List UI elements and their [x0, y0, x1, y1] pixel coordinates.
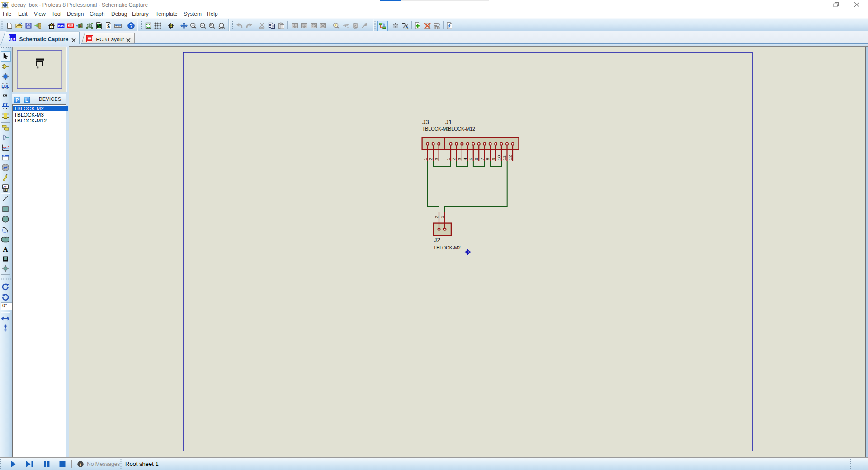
svg-text:A: A [3, 245, 8, 253]
svg-text:$: $ [107, 24, 110, 29]
svg-text:4: 4 [462, 157, 467, 160]
svg-text:5: 5 [468, 158, 473, 160]
svg-text:1: 1 [440, 216, 445, 218]
svg-text:0.1in: 0.1in [116, 25, 120, 28]
svg-text:8: 8 [485, 158, 490, 160]
svg-text:10: 10 [496, 155, 501, 160]
svg-text:6: 6 [474, 158, 479, 160]
svg-text:?: ? [129, 23, 132, 29]
svg-text:9: 9 [491, 158, 496, 160]
svg-text:1: 1 [446, 158, 451, 160]
svg-text:2: 2 [452, 158, 457, 160]
svg-text:3: 3 [434, 158, 439, 160]
svg-text:J1: J1 [445, 118, 452, 126]
svg-text:3: 3 [457, 158, 462, 160]
svg-text:1: 1 [423, 158, 428, 160]
svg-text:2: 2 [434, 216, 439, 218]
svg-text:11: 11 [502, 155, 507, 160]
svg-text:i: i [80, 462, 81, 467]
svg-text:P: P [15, 97, 19, 103]
svg-text:TBLOCK-M12: TBLOCK-M12 [445, 126, 475, 132]
svg-text:LBL: LBL [1, 84, 9, 89]
svg-text:TBLOCK-M2: TBLOCK-M2 [434, 245, 461, 250]
svg-text:L: L [25, 97, 28, 103]
svg-text:7: 7 [480, 158, 485, 160]
svg-text:J2: J2 [434, 236, 441, 244]
svg-text:2: 2 [428, 158, 433, 160]
svg-text:A: A [405, 25, 408, 30]
svg-text:isis: isis [9, 36, 15, 41]
svg-text:isis: isis [58, 24, 64, 28]
svg-text:12: 12 [508, 155, 513, 160]
svg-text:J3: J3 [422, 118, 429, 126]
